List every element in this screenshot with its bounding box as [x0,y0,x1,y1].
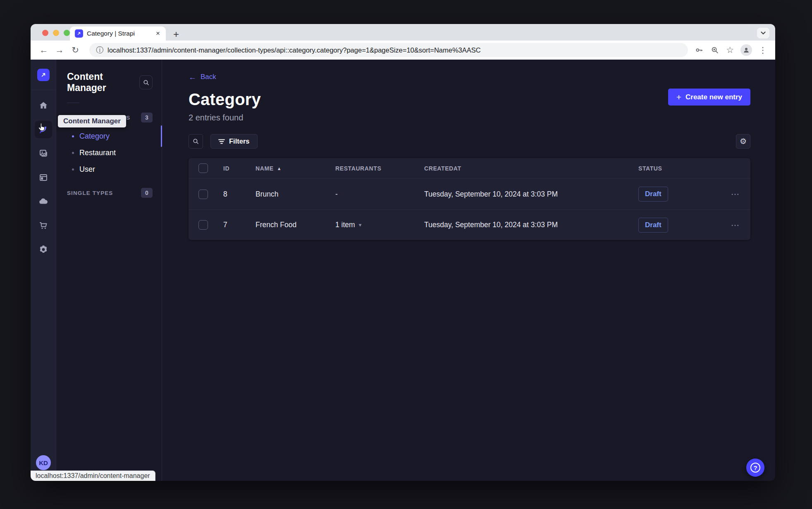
column-header-createdat[interactable]: CREATEDAT [424,165,638,172]
sidebar-item-settings[interactable] [35,241,52,258]
subnav-divider [67,103,79,103]
subnav-title: Content Manager [67,71,139,94]
row-actions-button[interactable]: ⋯ [731,220,750,230]
question-icon: ? [750,463,760,473]
single-types-count-badge: 0 [141,188,153,198]
row-checkbox[interactable] [198,190,208,199]
browser-profile-avatar[interactable] [740,44,752,56]
new-tab-button[interactable]: + [169,27,183,41]
filters-label: Filters [229,137,250,145]
sort-asc-icon: ▲ [277,166,282,171]
browser-menu-icon[interactable]: ⋮ [759,45,767,55]
browser-window: Category | Strapi × + ← → ↻ ⓘ localhost:… [31,24,775,481]
tab-close-icon[interactable]: × [155,29,161,38]
filters-button[interactable]: Filters [210,134,258,149]
tab-search-chevron-icon[interactable] [757,28,769,38]
back-label: Back [201,73,216,81]
cell-name: Brunch [256,190,335,199]
hand-cursor [37,122,46,132]
sidebar-item-home[interactable] [35,97,52,114]
strapi-admin: KD Content Manager COLLECTION TYPES 3 Ca… [31,60,775,481]
user-avatar[interactable]: KD [36,455,51,470]
gear-icon: ⚙ [740,137,747,145]
address-bar[interactable]: ⓘ localhost:1337/admin/content-manager/c… [89,43,688,57]
rail-divider [31,90,56,90]
browser-reload-icon[interactable]: ↻ [69,43,82,57]
subnav-item-label: User [79,165,95,174]
status-badge: Draft [638,187,668,202]
strapi-logo[interactable] [37,69,50,81]
tab-title: Category | Strapi [87,30,151,37]
url-text: localhost:1337/admin/content-manager/col… [107,46,481,54]
table-header-row: ID NAME▲ RESTAURANTS CREATEDAT STATUS [189,158,750,179]
password-manager-icon[interactable] [695,46,704,55]
site-info-icon[interactable]: ⓘ [96,46,103,54]
page-title: Category [189,90,750,109]
maximize-window-button[interactable] [64,30,70,36]
subnav-search-button[interactable] [139,75,153,89]
column-header-id[interactable]: ID [223,165,256,172]
bullet-icon [72,135,74,137]
browser-forward-icon[interactable]: → [53,43,66,57]
subnav-item-user[interactable]: User [56,161,162,178]
entries-count: 2 entries found [189,113,750,122]
row-checkbox[interactable] [198,220,208,230]
back-link[interactable]: ← Back [189,73,216,81]
window-controls [42,30,70,36]
plus-icon: + [676,93,681,101]
subnav-item-label: Restaurant [79,149,116,157]
bullet-icon [72,168,74,170]
subnav-item-label: Category [79,132,110,141]
table-row[interactable]: 8 Brunch - Tuesday, September 10, 2024 a… [189,179,750,209]
browser-back-icon[interactable]: ← [37,43,50,57]
sidebar-item-deploy-cloud[interactable] [35,193,52,210]
create-new-entry-label: Create new entry [685,93,742,101]
cell-createdat: Tuesday, September 10, 2024 at 3:03 PM [424,221,638,229]
cell-restaurants: - [335,190,424,199]
single-types-label: SINGLE TYPES [67,190,113,196]
sidebar-item-marketplace[interactable] [35,217,52,234]
cell-createdat: Tuesday, September 10, 2024 at 3:03 PM [424,190,638,199]
table-row[interactable]: 7 French Food 1 item ▾ Tuesday, Septembe… [189,209,750,240]
collection-types-count-badge: 3 [141,113,153,122]
list-action-bar: Filters ⚙ [189,134,750,149]
zoom-page-icon[interactable] [710,46,719,55]
main-content: ← Back Category 2 entries found + Create… [162,60,775,481]
browser-tab[interactable]: Category | Strapi × [70,26,166,41]
column-header-restaurants[interactable]: RESTAURANTS [335,165,424,172]
column-header-status[interactable]: STATUS [638,165,721,172]
view-settings-button[interactable]: ⚙ [736,134,750,149]
content-manager-tooltip: Content Manager [58,115,126,127]
status-bar-link: localhost:1337/admin/content-manager [31,471,155,481]
bullet-icon [72,152,74,154]
cell-name: French Food [256,221,335,229]
entries-table: ID NAME▲ RESTAURANTS CREATEDAT STATUS 8 … [189,158,750,240]
cell-restaurants-dropdown[interactable]: 1 item ▾ [335,221,424,229]
status-badge: Draft [638,218,668,233]
cell-id: 7 [223,221,256,229]
sidebar-item-content-type-builder[interactable] [35,169,52,186]
subnav-item-category[interactable]: Category [56,128,162,144]
subnav-item-restaurant[interactable]: Restaurant [56,144,162,161]
filter-icon [218,139,225,144]
search-entries-button[interactable] [189,134,203,149]
browser-toolbar: ← → ↻ ⓘ localhost:1337/admin/content-man… [31,41,775,60]
tab-strip: Category | Strapi × + [31,24,775,41]
minimize-window-button[interactable] [53,30,59,36]
help-button[interactable]: ? [746,459,764,477]
close-window-button[interactable] [42,30,48,36]
select-all-checkbox[interactable] [198,163,208,173]
create-new-entry-button[interactable]: + Create new entry [668,89,750,106]
sidebar-item-media-library[interactable] [35,145,52,162]
cell-id: 8 [223,190,256,199]
bookmark-star-icon[interactable]: ☆ [726,45,734,55]
column-header-name[interactable]: NAME▲ [256,165,335,172]
strapi-favicon-icon [75,29,83,38]
chevron-down-icon: ▾ [359,222,362,228]
row-actions-button[interactable]: ⋯ [731,189,750,199]
back-arrow-icon: ← [189,73,196,81]
